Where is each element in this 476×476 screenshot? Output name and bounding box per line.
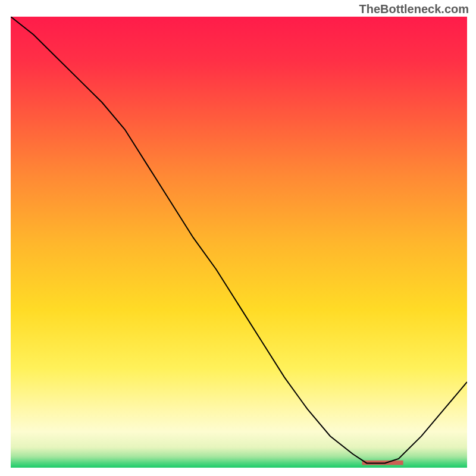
plot-area — [11, 17, 467, 468]
watermark-text: TheBottleneck.com — [359, 2, 469, 16]
chart-svg — [11, 17, 467, 468]
curve-line — [11, 17, 467, 463]
